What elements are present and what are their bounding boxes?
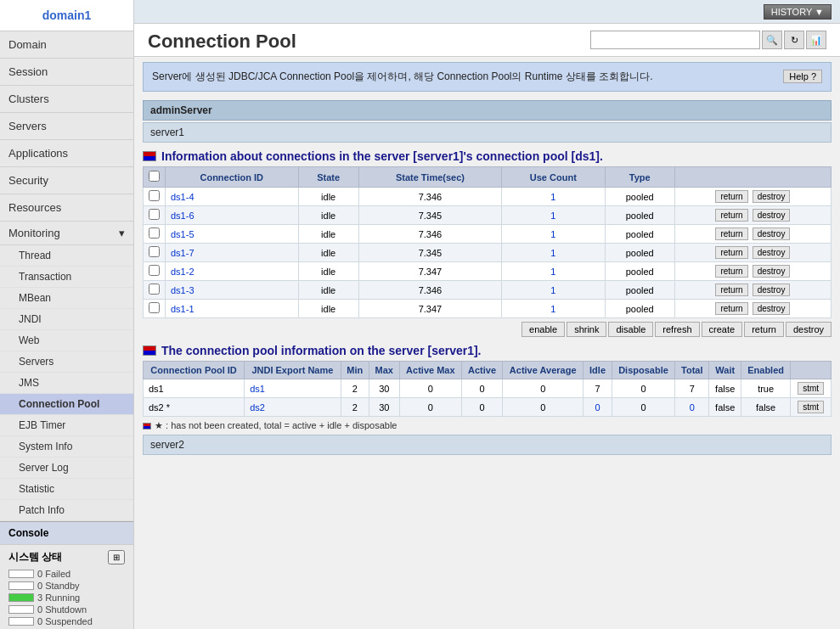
search-button[interactable]: 🔍	[762, 31, 782, 49]
note: ★ : has not been created, total = active…	[143, 420, 832, 431]
state-cell: idle	[298, 188, 358, 206]
section1-title: Information about connections in the ser…	[143, 149, 832, 163]
type-cell: pooled	[605, 281, 674, 300]
sidebar-sub-system-info[interactable]: System Info	[0, 436, 133, 458]
table-row: ds2 * ds2 2 30 0 0 0 0 0 0 false false s…	[144, 398, 832, 417]
jndi-cell[interactable]: ds1	[245, 379, 341, 398]
sidebar-item-clusters[interactable]: Clusters	[0, 86, 133, 113]
row-actions-cell: return destroy	[674, 188, 831, 206]
sidebar-item-applications[interactable]: Applications	[0, 140, 133, 167]
connections-table: Connection ID State State Time(sec) Use …	[143, 166, 832, 318]
connection-id-cell[interactable]: ds1-7	[166, 244, 299, 262]
return-row-button[interactable]: return	[715, 265, 747, 278]
return-row-button[interactable]: return	[715, 246, 747, 259]
section2-title: The connection pool information on the s…	[143, 344, 832, 357]
flag-icon-2	[143, 345, 156, 356]
sidebar-sub-jndi[interactable]: JNDI	[0, 309, 133, 330]
sidebar-logo[interactable]: domain1	[0, 0, 133, 31]
row-actions-cell: return destroy	[674, 281, 831, 300]
table-row: ds1-3 idle 7.346 1 pooled return destroy	[144, 281, 832, 300]
sidebar-sub-web[interactable]: Web	[0, 330, 133, 351]
destroy-row-button[interactable]: destroy	[753, 209, 791, 222]
return-row-button[interactable]: return	[715, 190, 747, 203]
stmt-button-0[interactable]: stmt	[798, 382, 824, 395]
sidebar-sub-mbean[interactable]: MBean	[0, 288, 133, 309]
disable-button[interactable]: disable	[608, 322, 653, 337]
destroy-row-button[interactable]: destroy	[753, 302, 791, 315]
sidebar-sub-server-log[interactable]: Server Log	[0, 458, 133, 479]
chart-button[interactable]: 📊	[806, 31, 826, 49]
create-button[interactable]: create	[702, 322, 743, 337]
sidebar-sub-thread[interactable]: Thread	[0, 245, 133, 267]
sidebar-item-resources[interactable]: Resources	[0, 194, 133, 222]
sidebar-sub-servers[interactable]: Servers	[0, 351, 133, 373]
refresh-button[interactable]: ↻	[784, 31, 804, 49]
sidebar-item-servers[interactable]: Servers	[0, 113, 133, 140]
connection-id-cell[interactable]: ds1-2	[166, 262, 299, 281]
sidebar: domain1 Domain Session Clusters Servers …	[0, 0, 134, 629]
destroy-row-button[interactable]: destroy	[753, 284, 791, 296]
row-checkbox-4[interactable]	[149, 265, 160, 276]
connection-id-cell[interactable]: ds1-4	[166, 188, 299, 206]
state-cell: idle	[298, 300, 358, 318]
destroy-row-button[interactable]: destroy	[753, 227, 791, 240]
connection-id-cell[interactable]: ds1-3	[166, 281, 299, 300]
bottom-actions: enable shrink disable refresh create ret…	[143, 322, 832, 337]
sidebar-item-session[interactable]: Session	[0, 59, 133, 86]
system-status-toggle[interactable]: ⊞	[108, 550, 125, 564]
row-checkbox-6[interactable]	[149, 302, 160, 313]
row-checkbox-1[interactable]	[149, 209, 160, 220]
return-row-button[interactable]: return	[715, 284, 747, 296]
disposable-cell: 0	[612, 379, 675, 398]
sidebar-sub-jms[interactable]: JMS	[0, 373, 133, 394]
select-all-checkbox[interactable]	[149, 171, 160, 182]
return-row-button[interactable]: return	[715, 227, 747, 240]
jndi-cell[interactable]: ds2	[245, 398, 341, 417]
active-avg-cell: 0	[502, 379, 583, 398]
shrink-button[interactable]: shrink	[567, 322, 606, 337]
max-cell: 30	[369, 379, 399, 398]
col-type: Type	[605, 167, 674, 188]
history-button[interactable]: HISTORY ▼	[764, 4, 832, 20]
help-button[interactable]: Help ?	[783, 70, 822, 83]
sidebar-sub-connection-pool[interactable]: Connection Pool	[0, 394, 133, 415]
col-max: Max	[369, 362, 399, 379]
row-checkbox-2[interactable]	[149, 227, 160, 239]
destroy-row-button[interactable]: destroy	[753, 246, 791, 259]
state-cell: idle	[298, 206, 358, 225]
destroy-all-button[interactable]: destroy	[786, 322, 832, 337]
total-cell: 7	[675, 379, 709, 398]
sidebar-sub-patch-info[interactable]: Patch Info	[0, 500, 133, 521]
return-row-button[interactable]: return	[715, 209, 747, 222]
return-all-button[interactable]: return	[744, 322, 784, 337]
stmt-button-1[interactable]: stmt	[798, 401, 824, 413]
active-avg-cell: 0	[502, 398, 583, 417]
table-row: ds1-6 idle 7.345 1 pooled return destroy	[144, 206, 832, 225]
return-row-button[interactable]: return	[715, 302, 747, 315]
connection-id-cell[interactable]: ds1-1	[166, 300, 299, 318]
sidebar-sub-ejb-timer[interactable]: EJB Timer	[0, 415, 133, 436]
sidebar-item-domain[interactable]: Domain	[0, 31, 133, 59]
active-cell: 0	[462, 379, 503, 398]
refresh-all-button[interactable]: refresh	[655, 322, 699, 337]
col-active-max: Active Max	[399, 362, 461, 379]
connection-id-cell[interactable]: ds1-5	[166, 225, 299, 244]
row-actions-cell: return destroy	[674, 206, 831, 225]
connection-id-cell[interactable]: ds1-6	[166, 206, 299, 225]
sidebar-sub-transaction[interactable]: Transaction	[0, 267, 133, 288]
table-row: ds1-1 idle 7.347 1 pooled return destroy	[144, 300, 832, 318]
col-active-avg: Active Average	[502, 362, 583, 379]
stmt-cell: stmt	[791, 379, 832, 398]
sidebar-sub-statistic[interactable]: Statistic	[0, 479, 133, 500]
row-checkbox-5[interactable]	[149, 284, 160, 295]
row-checkbox-0[interactable]	[149, 190, 160, 201]
min-cell: 2	[341, 398, 369, 417]
search-input[interactable]	[590, 31, 760, 49]
destroy-row-button[interactable]: destroy	[753, 265, 791, 278]
row-checkbox-3[interactable]	[149, 246, 160, 257]
enable-button[interactable]: enable	[521, 322, 565, 337]
sidebar-item-security[interactable]: Security	[0, 167, 133, 194]
sidebar-section-monitoring[interactable]: Monitoring ▾	[0, 222, 133, 245]
type-cell: pooled	[605, 300, 674, 318]
destroy-row-button[interactable]: destroy	[753, 190, 791, 203]
